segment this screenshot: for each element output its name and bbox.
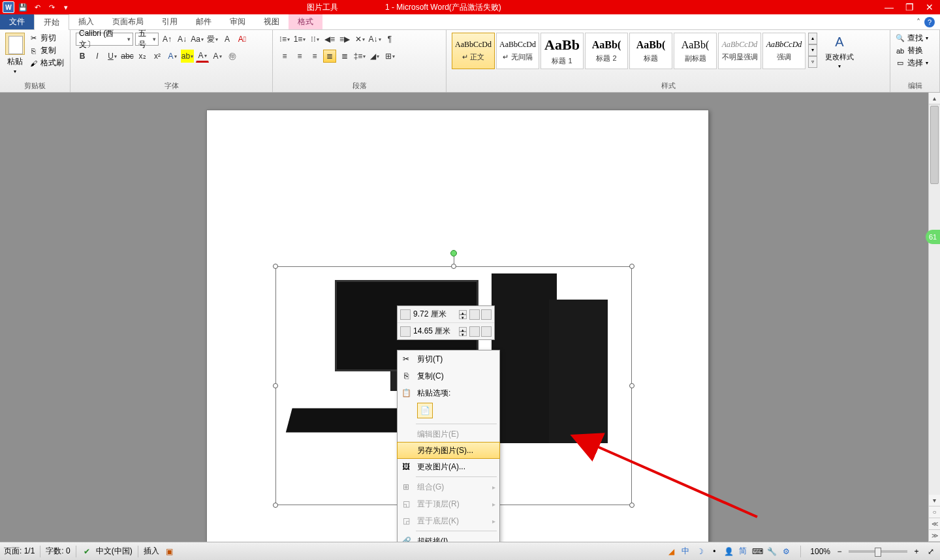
ctx-save-as-picture[interactable]: 另存为图片(S)... xyxy=(397,442,500,459)
tab-file[interactable]: 文件 xyxy=(0,14,34,29)
cut-button[interactable]: ✂剪切 xyxy=(29,33,64,44)
prev-page-button[interactable]: ≪ xyxy=(929,518,940,530)
align-left-button[interactable]: ≡ xyxy=(278,50,291,63)
highlight-button[interactable]: ab xyxy=(181,50,194,63)
height-value[interactable]: 9.72 厘米 xyxy=(413,309,456,320)
bullets-button[interactable]: ⁝≡ xyxy=(278,33,291,46)
scroll-up-button[interactable]: ▴ xyxy=(929,93,940,104)
tab-picture-format[interactable]: 格式 xyxy=(289,14,322,29)
help-icon[interactable]: ? xyxy=(924,17,935,27)
justify-button[interactable]: ≣ xyxy=(323,50,336,63)
borders-button[interactable]: ⊞ xyxy=(383,50,396,63)
change-styles-button[interactable]: A更改样式▾ xyxy=(825,33,854,69)
tab-review[interactable]: 审阅 xyxy=(221,14,255,29)
zoom-slider[interactable] xyxy=(849,550,907,553)
resize-handle-bl[interactable] xyxy=(273,503,278,508)
resize-handle-tm[interactable] xyxy=(451,264,456,269)
distributed-button[interactable]: ≣ xyxy=(338,50,351,63)
zoom-out-button[interactable]: − xyxy=(834,546,845,557)
ime-jian-icon[interactable]: 简 xyxy=(738,546,748,557)
shading-button[interactable]: ◢ xyxy=(368,50,381,63)
phonetic-guide-button[interactable]: 愛 xyxy=(206,33,219,46)
enclose-char-button[interactable]: ㊞ xyxy=(226,50,239,63)
close-button[interactable]: ✕ xyxy=(926,2,933,12)
underline-button[interactable]: U xyxy=(106,50,119,63)
undo-icon[interactable]: ↶ xyxy=(31,1,43,13)
char-border-button[interactable]: A xyxy=(221,33,234,46)
save-icon[interactable]: 💾 xyxy=(17,1,29,13)
superscript-button[interactable]: x² xyxy=(151,50,164,63)
language-indicator[interactable]: 中文(中国) xyxy=(96,546,133,557)
tab-view[interactable]: 视图 xyxy=(255,14,289,29)
text-effects-button[interactable]: A xyxy=(166,50,179,63)
bold-button[interactable]: B xyxy=(76,50,89,63)
style-tile[interactable]: AaBb(副标题 xyxy=(674,33,717,69)
sort-button[interactable]: A↓ xyxy=(368,33,381,46)
page-indicator[interactable]: 页面: 1/1 xyxy=(4,546,35,557)
clear-formatting-button[interactable]: Aͣ xyxy=(236,33,249,46)
tray-icon-1[interactable]: ◢ xyxy=(666,546,676,557)
insert-mode[interactable]: 插入 xyxy=(144,546,159,557)
replace-button[interactable]: ab替换 xyxy=(896,45,934,56)
asian-layout-button[interactable]: ✕ xyxy=(353,33,366,46)
style-tile[interactable]: AaBb(标题 2 xyxy=(585,33,628,69)
ime-moon-icon[interactable]: ☽ xyxy=(695,546,705,557)
fit-window-icon[interactable]: ⤢ xyxy=(926,546,936,557)
style-tile[interactable]: AaBbCcDd↵ 正文 xyxy=(452,33,495,69)
ime-wrench-icon[interactable]: 🔧 xyxy=(766,546,777,557)
ime-dot-icon[interactable]: • xyxy=(709,546,719,557)
crop-icon[interactable] xyxy=(469,309,480,320)
qat-more-icon[interactable]: ▾ xyxy=(60,1,72,13)
font-color-button[interactable]: A xyxy=(196,50,209,63)
resize-handle-tr[interactable] xyxy=(629,264,634,269)
change-case-button[interactable]: Aa xyxy=(191,33,204,46)
char-shading-button[interactable]: A xyxy=(211,50,224,63)
ime-gear-icon[interactable]: ⚙ xyxy=(781,546,791,557)
redo-icon[interactable]: ↷ xyxy=(46,1,57,13)
ime-zh-icon[interactable]: 中 xyxy=(680,546,691,557)
resize-handle-ml[interactable] xyxy=(273,383,278,388)
ime-keyboard-icon[interactable]: ⌨ xyxy=(752,546,762,557)
strikethrough-button[interactable]: abc xyxy=(121,50,134,63)
decrease-indent-button[interactable]: ◀≡ xyxy=(323,33,336,46)
restore-button[interactable]: ❐ xyxy=(905,2,914,12)
style-tile[interactable]: AaBbCcDd强调 xyxy=(762,33,806,69)
select-button[interactable]: ▭选择▾ xyxy=(896,57,934,69)
resize-handle-br[interactable] xyxy=(629,503,634,508)
subscript-button[interactable]: x₂ xyxy=(136,50,149,63)
ctx-hyperlink[interactable]: 🔗超链接(I)... xyxy=(398,533,499,542)
style-tile[interactable]: AaBb标题 1 xyxy=(540,33,584,69)
increase-indent-button[interactable]: ≡▶ xyxy=(338,33,351,46)
shrink-font-button[interactable]: A↓ xyxy=(176,33,189,46)
numbering-button[interactable]: 1≡ xyxy=(293,33,306,46)
minimize-button[interactable]: — xyxy=(885,2,894,12)
style-tile[interactable]: AaBb(标题 xyxy=(629,33,672,69)
font-name-combo[interactable]: Calibri (西文〕 xyxy=(76,33,133,46)
height-spinner[interactable]: ▴▾ xyxy=(459,310,467,319)
italic-button[interactable]: I xyxy=(91,50,104,63)
rotation-handle[interactable] xyxy=(450,250,457,257)
zoom-level[interactable]: 100% xyxy=(810,547,830,556)
align-right-button[interactable]: ≡ xyxy=(308,50,321,63)
tab-home[interactable]: 开始 xyxy=(34,14,69,30)
scroll-down-button[interactable]: ▾ xyxy=(929,495,940,506)
browse-object-button[interactable]: ○ xyxy=(929,506,940,518)
ctx-change-picture[interactable]: 🖼更改图片(A)... xyxy=(398,458,499,475)
tab-mailings[interactable]: 邮件 xyxy=(187,14,221,29)
crop2-icon[interactable] xyxy=(481,309,492,320)
grow-font-button[interactable]: A↑ xyxy=(161,33,174,46)
paste-option-keep-source[interactable]: 📄 xyxy=(417,403,433,418)
word-count[interactable]: 字数: 0 xyxy=(46,546,70,557)
multilevel-list-button[interactable]: ⁝⁝ xyxy=(308,33,321,46)
line-spacing-button[interactable]: ‡≡ xyxy=(353,50,366,63)
vertical-scrollbar[interactable]: ▴ ▾ ○ ≪ ≫ xyxy=(928,93,940,542)
copy-button[interactable]: ⎘复制 xyxy=(29,45,64,56)
style-tile[interactable]: AaBbCcDd↵ 无间隔 xyxy=(496,33,539,69)
rotate-icon[interactable] xyxy=(469,326,480,337)
tab-insert[interactable]: 插入 xyxy=(69,14,103,29)
macro-record-icon[interactable]: ▣ xyxy=(164,546,175,557)
zoom-in-button[interactable]: + xyxy=(911,546,922,557)
format-painter-button[interactable]: 🖌格式刷 xyxy=(29,57,64,69)
minimize-ribbon-icon[interactable]: ˄ xyxy=(916,18,920,27)
width-spinner[interactable]: ▴▾ xyxy=(459,327,467,336)
